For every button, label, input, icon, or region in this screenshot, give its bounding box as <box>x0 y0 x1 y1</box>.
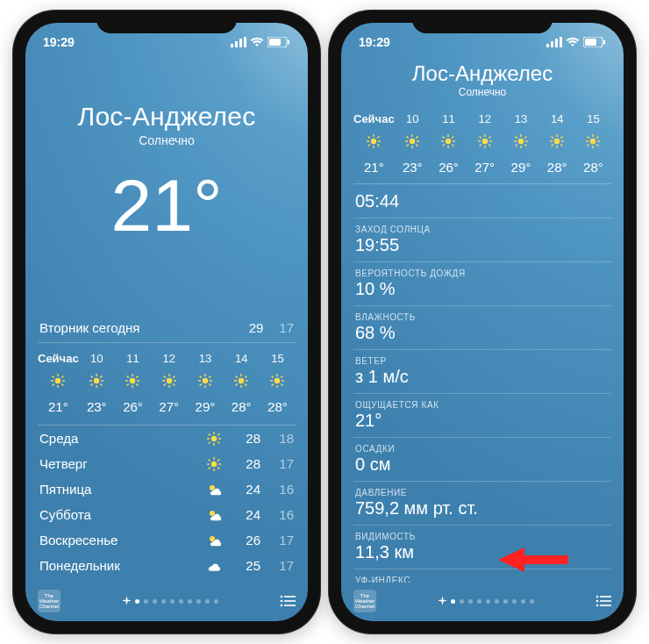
day-name: Понедельник <box>39 558 197 573</box>
signal-icon <box>231 37 246 47</box>
page-dots[interactable] <box>439 595 534 607</box>
hourly-forecast[interactable]: Сейчас 21°10 23°11 26°12 27°13 29°14 28°… <box>38 343 296 426</box>
detail-label: ДАВЛЕНИЕ <box>355 488 610 497</box>
daily-forecast[interactable]: Среда 28 18Четверг 28 17Пятница 24 16Суб… <box>38 426 296 583</box>
weather-icon <box>204 483 224 497</box>
svg-rect-28 <box>585 39 596 46</box>
hour-label: 10 <box>406 112 418 125</box>
svg-rect-10 <box>231 44 233 47</box>
detail-label: ВЕТЕР <box>355 356 610 366</box>
wifi-icon <box>566 37 580 47</box>
weather-icon <box>204 508 224 522</box>
hour-label: 10 <box>90 352 103 365</box>
page-dot <box>503 599 508 604</box>
detail-row: ДАВЛЕНИЕ759,2 мм рт. ст. <box>353 482 611 526</box>
hour-label: 14 <box>551 112 563 125</box>
day-low: 17 <box>267 456 294 471</box>
city-list-icon[interactable] <box>596 595 611 607</box>
svg-rect-26 <box>560 37 562 47</box>
page-dot <box>512 599 517 604</box>
weather-icon <box>204 432 224 446</box>
hourly-item: 15 28° <box>260 352 296 414</box>
hour-temp: 28° <box>583 160 603 175</box>
sun-icon <box>51 374 65 390</box>
hourly-item: Сейчас 21° <box>38 352 79 414</box>
hour-label: 13 <box>515 112 527 125</box>
sun-icon <box>586 134 600 151</box>
svg-point-32 <box>596 600 599 603</box>
sun-icon <box>162 374 176 390</box>
page-dot <box>135 599 139 604</box>
phone-left: 19:29 Лос-Анджелес Солнечно 21° Вторник … <box>13 11 320 633</box>
svg-rect-15 <box>269 39 281 46</box>
detail-label: ВИДИМОСТЬ <box>355 532 610 541</box>
today-label: Вторник сегодня <box>39 320 139 335</box>
battery-icon <box>267 37 290 47</box>
weather-channel-logo[interactable]: TheWeatherChannel <box>38 590 61 612</box>
hourly-item: 15 28° <box>575 112 611 175</box>
hour-temp: 29° <box>196 399 216 414</box>
wifi-icon <box>250 37 264 47</box>
page-dot <box>205 599 210 604</box>
sun-icon <box>441 134 455 151</box>
svg-rect-13 <box>244 37 246 47</box>
page-dot <box>530 599 534 604</box>
svg-rect-29 <box>603 40 605 45</box>
detail-value: 19:55 <box>355 235 610 255</box>
hourly-item: 11 26° <box>115 352 151 414</box>
hourly-forecast[interactable]: Сейчас 21°10 23°11 26°12 27°13 29°14 28°… <box>353 111 611 184</box>
hour-label: Сейчас <box>353 112 395 125</box>
hour-temp: 26° <box>439 160 459 175</box>
page-dot <box>451 599 455 604</box>
weather-icon <box>204 559 224 573</box>
svg-rect-24 <box>551 41 553 47</box>
page-dots[interactable] <box>123 595 218 607</box>
status-time: 19:29 <box>43 35 75 49</box>
day-name: Суббота <box>39 507 197 522</box>
day-high: 28 <box>231 456 260 471</box>
sun-icon <box>405 134 419 151</box>
hour-temp: 28° <box>547 160 567 175</box>
weather-details[interactable]: 05:44ЗАХОД СОЛНЦА19:55ВЕРОЯТНОСТЬ ДОЖДЯ1… <box>353 184 611 583</box>
current-temperature: 21° <box>38 163 296 248</box>
city-header: Лос-Анджелес Солнечно 21° <box>38 102 296 248</box>
detail-label: ЗАХОД СОЛНЦА <box>355 225 610 234</box>
sun-icon <box>367 134 381 151</box>
weather-screen-details[interactable]: 19:29 Лос-Анджелес Солнечно Сейчас 21°10… <box>341 23 624 621</box>
daily-row: Понедельник 25 17 <box>38 553 296 578</box>
hourly-item: 10 23° <box>395 112 431 175</box>
detail-row: ОЩУЩАЕТСЯ КАК21° <box>353 394 611 438</box>
hourly-item: 11 26° <box>431 112 467 175</box>
sun-icon <box>125 374 139 390</box>
hour-temp: 23° <box>403 160 423 175</box>
location-dot-icon <box>439 595 446 607</box>
daily-row: Среда 28 18 <box>38 426 296 451</box>
hour-label: 12 <box>162 352 175 365</box>
weather-screen-main[interactable]: 19:29 Лос-Анджелес Солнечно 21° Вторник … <box>25 23 308 621</box>
page-dot <box>521 599 525 604</box>
svg-point-21 <box>281 605 283 607</box>
day-high: 24 <box>231 507 260 522</box>
city-header-compact: Лос-Анджелес Солнечно <box>353 61 611 98</box>
detail-row: ВИДИМОСТЬ11,3 км <box>353 526 611 569</box>
day-name: Четверг <box>39 456 197 471</box>
page-dot <box>495 599 499 604</box>
notch <box>412 11 553 33</box>
page-dot <box>188 599 192 604</box>
detail-label: ВЕРОЯТНОСТЬ ДОЖДЯ <box>355 268 610 278</box>
weather-icon <box>204 533 224 547</box>
page-dot <box>460 599 464 604</box>
svg-point-30 <box>596 596 599 598</box>
svg-rect-20 <box>284 600 296 602</box>
phone-right: 19:29 Лос-Анджелес Солнечно Сейчас 21°10… <box>329 11 636 633</box>
svg-rect-22 <box>284 605 296 606</box>
condition-text: Солнечно <box>353 86 611 98</box>
svg-point-17 <box>281 596 283 598</box>
weather-icon <box>204 457 224 471</box>
daily-row: Воскресенье 26 17 <box>38 527 296 553</box>
day-low: 16 <box>267 507 294 522</box>
weather-channel-logo[interactable]: TheWeatherChannel <box>353 590 376 612</box>
city-list-icon[interactable] <box>280 595 296 607</box>
hourly-item: 12 27° <box>151 352 187 414</box>
detail-label: ВЛАЖНОСТЬ <box>355 312 610 322</box>
